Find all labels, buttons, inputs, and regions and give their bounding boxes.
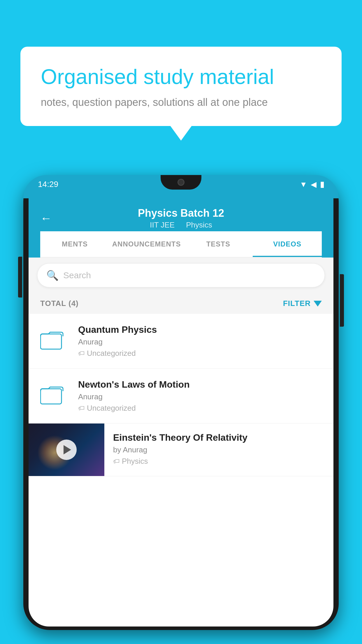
einstein-title: Einstein's Theory Of Relativity (113, 432, 325, 443)
folder-icon-newton (40, 385, 69, 407)
header-subtitle-part1: IIT JEE (150, 220, 175, 229)
signal-icon: ◀ (311, 180, 317, 189)
filter-label: FILTER (283, 299, 311, 308)
search-placeholder: Search (63, 270, 91, 280)
video-info-quantum: Quantum Physics Anurag 🏷 Uncategorized (78, 324, 322, 358)
tab-ments-label: MENTS (62, 240, 88, 248)
einstein-tag: 🏷 Physics (113, 457, 325, 466)
phone-screen: ← Physics Batch 12 IIT JEE Physics MENTS (29, 198, 333, 626)
filter-icon (314, 301, 322, 307)
play-button[interactable] (56, 440, 77, 460)
filter-row: TOTAL (4) FILTER (29, 293, 333, 314)
einstein-thumbnail (29, 424, 104, 476)
tab-announcements-label: ANNOUNCEMENTS (112, 240, 181, 248)
list-item[interactable]: Newton's Laws of Motion Anurag 🏷 Uncateg… (29, 369, 333, 424)
search-box[interactable]: 🔍 Search (37, 263, 325, 287)
phone-wrapper: 14:29 ▼ ◀ ▮ ← Physics Batch 12 (23, 175, 339, 644)
search-container: 🔍 Search (29, 258, 333, 293)
tab-videos-label: VIDEOS (273, 240, 301, 248)
folder-icon-quantum (40, 330, 69, 352)
play-triangle-icon (64, 445, 71, 454)
svg-rect-0 (41, 334, 61, 349)
einstein-info: Einstein's Theory Of Relativity by Anura… (104, 424, 333, 475)
video-author-quantum: Anurag (78, 337, 322, 346)
tab-announcements[interactable]: ANNOUNCEMENTS (109, 231, 184, 257)
filter-button[interactable]: FILTER (283, 299, 322, 308)
back-button[interactable]: ← (40, 212, 52, 225)
app-header: ← Physics Batch 12 IIT JEE Physics MENTS (29, 198, 333, 258)
list-item[interactable]: Quantum Physics Anurag 🏷 Uncategorized (29, 314, 333, 369)
tag-text-newton: Uncategorized (87, 404, 136, 413)
header-title-main: Physics Batch 12 (138, 207, 224, 219)
tag-text-einstein: Physics (122, 457, 148, 466)
wifi-icon: ▼ (300, 180, 307, 189)
status-bar: 14:29 ▼ ◀ ▮ (23, 180, 339, 189)
tag-icon-einstein: 🏷 (113, 458, 120, 465)
tab-tests-label: TESTS (206, 240, 230, 248)
tab-tests[interactable]: TESTS (184, 231, 253, 257)
tab-videos[interactable]: VIDEOS (253, 231, 322, 257)
tab-ments[interactable]: MENTS (40, 231, 109, 257)
tag-text-quantum: Uncategorized (87, 349, 136, 358)
video-tag-quantum: 🏷 Uncategorized (78, 349, 322, 358)
video-title-newton: Newton's Laws of Motion (78, 379, 322, 390)
speech-bubble: Organised study material notes, question… (20, 47, 342, 126)
tag-icon-newton: 🏷 (78, 405, 85, 412)
speech-bubble-subtitle: notes, question papers, solutions all at… (41, 96, 321, 108)
phone-notch-area: 14:29 ▼ ◀ ▮ (23, 175, 339, 198)
svg-rect-1 (41, 389, 61, 404)
battery-icon: ▮ (320, 180, 324, 189)
list-item[interactable]: Einstein's Theory Of Relativity by Anura… (29, 424, 333, 476)
video-info-newton: Newton's Laws of Motion Anurag 🏷 Uncateg… (78, 379, 322, 413)
video-list: Quantum Physics Anurag 🏷 Uncategorized (29, 314, 333, 476)
total-label: TOTAL (4) (40, 299, 79, 308)
video-title-quantum: Quantum Physics (78, 324, 322, 335)
header-subtitle-part2: Physics (186, 220, 212, 229)
tabs-bar: MENTS ANNOUNCEMENTS TESTS VIDEOS (40, 231, 322, 258)
header-title: Physics Batch 12 IIT JEE Physics (138, 207, 224, 230)
video-tag-newton: 🏷 Uncategorized (78, 404, 322, 413)
search-icon: 🔍 (46, 270, 59, 281)
status-icons: ▼ ◀ ▮ (300, 180, 324, 189)
status-time: 14:29 (38, 180, 58, 189)
einstein-author: by Anurag (113, 445, 325, 454)
tag-icon-quantum: 🏷 (78, 350, 85, 357)
phone-outer: 14:29 ▼ ◀ ▮ ← Physics Batch 12 (23, 175, 339, 630)
app-header-top: ← Physics Batch 12 IIT JEE Physics (40, 204, 322, 231)
header-title-sub: IIT JEE Physics (138, 220, 224, 230)
speech-bubble-container: Organised study material notes, question… (20, 47, 342, 126)
speech-bubble-title: Organised study material (41, 64, 321, 89)
video-author-newton: Anurag (78, 392, 322, 401)
